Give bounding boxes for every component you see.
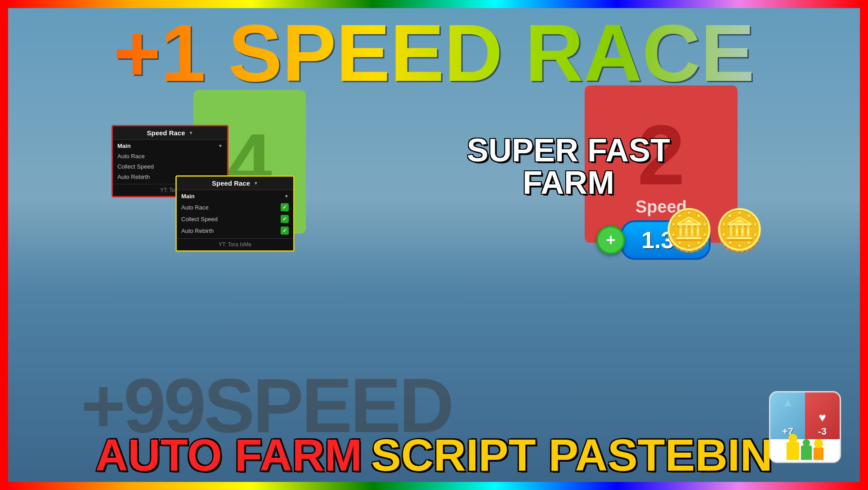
panel-red-item-1: Auto Race (113, 151, 227, 161)
panel-yellow-footer: YT: Tora IsMe (177, 238, 293, 250)
panel-red-title: Speed Race (147, 129, 185, 137)
super-fast-farm: SUPER FAST FARM (467, 134, 670, 199)
icon-top: ▲ +7 ♥ -3 (770, 392, 840, 439)
panel-yellow-title: Speed Race (212, 179, 250, 187)
panel-yellow-item-3[interactable]: Auto Rebirth ✓ (177, 225, 293, 236)
panel-yellow-item-1[interactable]: Auto Race ✓ (177, 201, 293, 213)
checkbox-collect-speed[interactable]: ✓ (281, 215, 289, 223)
panel-yellow-section: Main ▼ (177, 190, 293, 201)
game-icon: ▲ +7 ♥ -3 (769, 391, 841, 463)
panel-yellow-item-2[interactable]: Collect Speed ✓ (177, 213, 293, 225)
panel-red-item-2: Collect Speed (113, 161, 227, 172)
panel-red-section: Main ▼ (113, 140, 227, 151)
icon-minus3: -3 (818, 426, 827, 437)
panel-red-header: Speed Race ▼ (113, 126, 227, 140)
main-title: +1 SPEED RACE (0, 13, 868, 94)
icon-top-right: ♥ -3 (805, 392, 840, 439)
panel-red-arrow: ▼ (189, 130, 193, 135)
panel-yellow-arrow: ▼ (254, 181, 258, 186)
figure-yellow (787, 442, 799, 460)
auto-farm-text: AUTO FARM (95, 432, 362, 477)
bottom-text: AUTO FARM SCRIPT PASTEBIN (0, 432, 868, 477)
super-fast-line1: SUPER FAST (467, 134, 670, 166)
figure-green (801, 445, 812, 460)
icon-bottom (770, 439, 840, 462)
coin-stack-icon: 🪙🪙 (664, 207, 765, 254)
main-container: 4 2 Speed +99SPEED +1 SPEED RACE Speed R… (0, 0, 868, 490)
checkbox-auto-race[interactable]: ✓ (281, 203, 289, 211)
super-fast-line2: FARM (467, 166, 670, 199)
coin-plus-button[interactable]: + (596, 226, 625, 254)
panel-yellow-section-arrow: ▼ (284, 194, 289, 199)
panel-yellow-header: Speed Race ▼ (177, 177, 293, 190)
up-arrow-icon: ▲ (782, 395, 794, 410)
checkbox-auto-rebirth[interactable]: ✓ (281, 227, 289, 235)
script-pastebin-text: SCRIPT PASTEBIN (371, 432, 773, 477)
panel-red-section-arrow: ▼ (218, 143, 223, 148)
panel-yellow: Speed Race ▼ Main ▼ Auto Race ✓ Collect … (175, 175, 295, 252)
icon-top-left: ▲ +7 (770, 392, 805, 439)
figure-yellow-2 (814, 447, 823, 460)
